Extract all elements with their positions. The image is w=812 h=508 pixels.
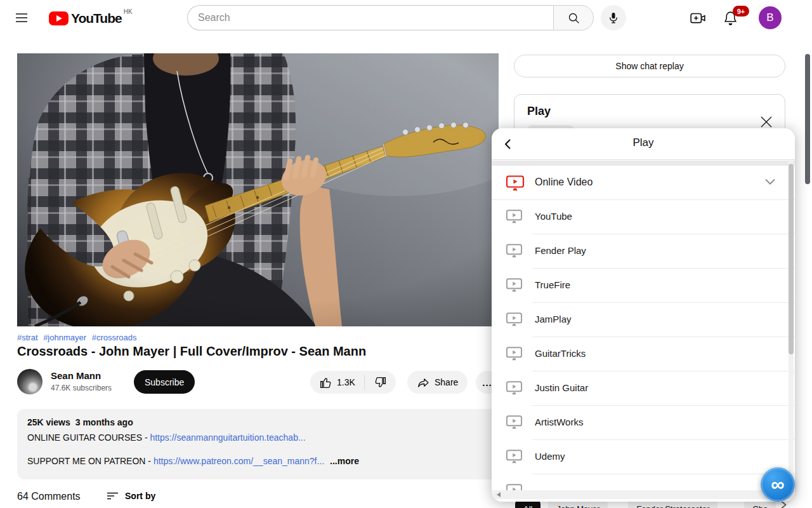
notification-count-badge: 9+	[733, 6, 749, 17]
menu-button[interactable]	[14, 9, 36, 27]
panel-vertical-scrollbar-thumb[interactable]	[789, 164, 794, 354]
video-service-icon	[506, 277, 523, 293]
description-text: SUPPORT ME ON PATREON -	[27, 456, 151, 466]
search-input[interactable]	[187, 5, 553, 30]
create-video-icon	[690, 10, 707, 26]
online-video-icon	[506, 175, 525, 192]
description-box[interactable]: 25K views3 months ago ONLINE GUITAR COUR…	[17, 409, 498, 479]
video-service-icon	[506, 380, 523, 396]
panel-top-shadow	[492, 161, 795, 166]
infinity-icon: ∞	[771, 474, 784, 495]
list-item-fender-play[interactable]: Fender Play	[492, 234, 795, 269]
description-line: SUPPORT ME ON PATREON - https://www.patr…	[27, 456, 488, 466]
description-line: ONLINE GUITAR COURSES - https://seanmann…	[27, 432, 488, 443]
description-text: ONLINE GUITAR COURSES -	[27, 432, 148, 443]
chevron-down-icon	[764, 178, 776, 185]
voice-search-button[interactable]	[601, 5, 626, 30]
hashtag-link[interactable]: #strat	[17, 333, 38, 342]
play-panel-title: Play	[492, 137, 795, 149]
list-item-jamplay[interactable]: JamPlay	[492, 303, 795, 337]
list-item-guitartricks[interactable]: GuitarTricks	[492, 337, 795, 371]
list-item-label: TrueFire	[535, 279, 570, 290]
channel-subscriber-count: 47.6K subscribers	[51, 384, 112, 392]
extension-infinity-button[interactable]: ∞	[761, 467, 795, 502]
top-bar: YouTube HK 9+ B	[0, 0, 812, 36]
more-horizontal-icon: ...	[482, 377, 492, 388]
search-icon	[567, 11, 580, 25]
subscribe-button[interactable]: Subscribe	[134, 370, 195, 394]
play-panel-header: Play	[492, 128, 795, 160]
video-service-icon	[506, 243, 523, 258]
list-item-truefire[interactable]: TrueFire	[492, 269, 795, 303]
hamburger-icon	[14, 10, 36, 25]
course-link[interactable]: https://seanmannguitartuition.teachab...	[150, 432, 305, 443]
video-meta: 25K views3 months ago	[27, 417, 488, 427]
patreon-link[interactable]: https://www.patreon.com/__sean_mann?f...	[154, 456, 324, 466]
list-item-label: Udemy	[535, 451, 565, 462]
list-item-artistworks[interactable]: ArtistWorks	[492, 406, 795, 440]
play-panel-list: Online Video YouTube Fender Play TrueFir…	[492, 166, 795, 502]
list-item-youtube[interactable]: YouTube	[492, 200, 795, 234]
list-item-label: ArtistWorks	[535, 417, 583, 427]
list-item-udemy[interactable]: Udemy	[492, 440, 795, 474]
comments-count: 64 Comments	[17, 491, 81, 502]
dislike-button[interactable]	[365, 376, 396, 389]
hashtag-link[interactable]: #johnmayer	[43, 333, 86, 342]
thumb-up-icon	[319, 376, 332, 389]
list-item-label: JamPlay	[535, 314, 572, 324]
sort-by-label: Sort by	[125, 491, 155, 501]
play-card-title: Play	[527, 105, 551, 118]
video-service-icon	[506, 449, 523, 464]
channel-avatar[interactable]	[17, 369, 43, 394]
video-service-icon	[506, 312, 523, 327]
like-count: 1.3K	[337, 377, 355, 387]
show-more-button[interactable]: ...more	[330, 456, 359, 466]
share-button[interactable]: Share	[407, 371, 468, 394]
logo-wordmark: YouTube	[71, 11, 122, 26]
panel-horizontal-scrollbar[interactable]	[492, 490, 795, 499]
youtube-play-icon	[49, 11, 69, 25]
video-service-icon	[506, 346, 523, 361]
list-item-label: GuitarTricks	[535, 348, 586, 359]
video-player[interactable]	[17, 53, 499, 326]
video-service-icon	[506, 209, 523, 224]
sort-by-button[interactable]: Sort by	[107, 491, 155, 501]
thumb-down-icon	[374, 376, 387, 389]
share-label: Share	[435, 377, 458, 387]
scroll-left-arrow-icon	[497, 492, 501, 497]
create-button[interactable]	[690, 9, 707, 27]
video-frame-illustration	[17, 53, 499, 326]
microphone-icon	[607, 11, 620, 24]
play-panel: Play Online Video YouTube Fender Play Tr	[492, 128, 795, 502]
list-item-online-video[interactable]: Online Video	[492, 166, 795, 200]
list-item-label: YouTube	[535, 211, 572, 222]
share-icon	[417, 376, 430, 389]
account-avatar[interactable]: B	[759, 6, 782, 29]
search-button[interactable]	[553, 5, 594, 30]
youtube-logo[interactable]: YouTube HK	[49, 10, 133, 27]
sort-icon	[107, 491, 119, 501]
logo-region-code: HK	[124, 8, 133, 15]
close-icon[interactable]	[759, 115, 773, 129]
video-service-icon	[506, 415, 523, 430]
list-item-label: Fender Play	[535, 245, 586, 256]
like-dislike-pill: 1.3K	[310, 371, 396, 394]
view-count: 25K views	[27, 417, 70, 427]
list-item-justin-guitar[interactable]: Justin Guitar	[492, 371, 795, 406]
show-chat-replay-button[interactable]: Show chat replay	[514, 55, 785, 77]
hashtag-links: #strat #johnmayer #crossroads	[17, 333, 140, 342]
list-item-label: Online Video	[535, 177, 593, 188]
channel-name[interactable]: Sean Mann	[51, 370, 101, 381]
like-button[interactable]: 1.3K	[310, 376, 364, 389]
hashtag-link[interactable]: #crossroads	[92, 333, 137, 342]
video-title: Crossroads - John Mayer | Full Cover/Imp…	[17, 344, 490, 359]
search-bar	[187, 5, 594, 30]
upload-age: 3 months ago	[75, 417, 133, 427]
page-scrollbar-thumb[interactable]	[805, 54, 810, 184]
list-item-label: Justin Guitar	[535, 382, 588, 393]
